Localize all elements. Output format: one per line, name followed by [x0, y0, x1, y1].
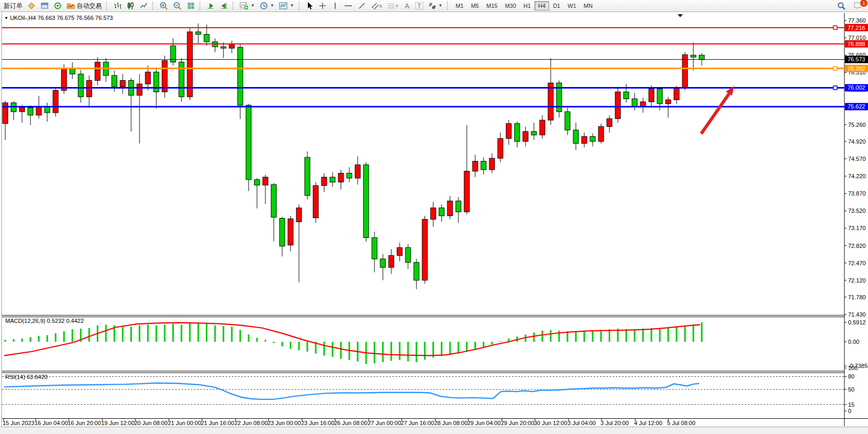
- candle-body: [95, 62, 100, 80]
- candle-body: [254, 180, 260, 185]
- status-bar: [0, 427, 868, 434]
- chart-shift-marker[interactable]: [678, 14, 683, 17]
- candle-body: [565, 112, 570, 130]
- candle-body: [271, 185, 276, 217]
- candle-body: [36, 107, 41, 115]
- candle-body: [657, 89, 662, 104]
- candle-body: [540, 120, 545, 135]
- candle-body: [313, 186, 318, 218]
- chart-title[interactable]: ▼UKOil-,H4 76.663 76.675 76.566 76.573: [4, 15, 113, 21]
- annotation-arrow[interactable]: [701, 86, 734, 134]
- macd-signal-line: [4, 323, 700, 356]
- candle-body: [447, 201, 453, 215]
- line-handle[interactable]: [833, 26, 837, 29]
- chart-canvas[interactable]: 77.36077.01076.66076.31075.96075.61075.2…: [0, 0, 868, 434]
- price-axis-label: 72.120: [848, 277, 866, 284]
- time-axis-label: 23 Jun 00:00: [267, 420, 301, 426]
- candle-body: [246, 105, 251, 180]
- candle-body: [523, 132, 528, 142]
- candle-body: [288, 219, 293, 245]
- candle-body: [53, 90, 58, 113]
- candle-body: [389, 255, 394, 267]
- time-axis-label: 29 Jun 04:00: [467, 420, 501, 426]
- candle-body: [380, 259, 385, 267]
- rsi-axis-label: 80: [848, 373, 854, 379]
- time-axis-label: 15 Jun 2023: [3, 420, 35, 426]
- candle-body: [481, 161, 486, 170]
- time-axis-label: 3 Jul 04:00: [567, 420, 596, 426]
- candle-body: [422, 219, 427, 280]
- time-axis-label: 16 Jun 04:00: [35, 420, 68, 426]
- price-axis-label: 73.170: [848, 225, 866, 231]
- macd-axis-label: 0.5912: [848, 319, 866, 326]
- time-axis-label: 27 Jun 00:00: [368, 420, 401, 426]
- price-badge-label: 76.573: [848, 56, 865, 62]
- candle-body: [45, 107, 50, 113]
- candle-body: [305, 157, 310, 196]
- candle-body: [87, 80, 92, 96]
- candle-body: [19, 108, 25, 112]
- time-axis-label: 3 Jul 20:00: [601, 420, 629, 426]
- price-axis-label: 72.470: [848, 260, 866, 266]
- price-badge-label: 76.002: [848, 84, 865, 91]
- price-axis-label: 73.870: [848, 190, 866, 197]
- candle-body: [296, 208, 302, 222]
- line-handle[interactable]: [833, 67, 837, 70]
- candle-body: [573, 130, 578, 144]
- price-badge-label: 76.888: [848, 41, 865, 47]
- time-axis: 15 Jun 202316 Jun 04:0016 Jun 20:0019 Ju…: [3, 419, 695, 426]
- candle-body: [674, 89, 679, 100]
- candle-body: [330, 177, 335, 182]
- candle-body: [338, 173, 344, 182]
- candle-body: [347, 173, 352, 178]
- candle-body: [355, 165, 360, 178]
- candle-body: [112, 75, 117, 87]
- candle-body: [607, 118, 612, 126]
- time-axis-label: 29 Jun 20:00: [501, 420, 534, 426]
- trading-app-window: 新订单 自动交易: [0, 0, 868, 434]
- price-axis-label: 71.780: [848, 294, 866, 300]
- candle-body: [405, 247, 411, 262]
- chevron-down-icon: ▼: [4, 16, 8, 20]
- line-handle[interactable]: [833, 86, 837, 90]
- candle-body: [498, 138, 503, 158]
- candle-body: [120, 80, 125, 86]
- price-axis-label: 75.260: [848, 122, 866, 128]
- candle-body: [28, 108, 33, 115]
- candle-body: [506, 124, 511, 138]
- time-axis-label: 30 Jun 12:00: [534, 420, 567, 426]
- candle-body: [263, 177, 268, 185]
- time-axis-label: 26 Jun 08:00: [334, 420, 368, 426]
- time-axis-label: 21 Jun 00:00: [168, 420, 201, 426]
- time-axis-label: 4 Jul 12:00: [634, 420, 662, 426]
- price-axis-label: 74.920: [848, 138, 866, 145]
- candle-body: [515, 124, 520, 142]
- time-axis-label: 16 Jun 20:00: [68, 420, 101, 426]
- candle-body: [363, 165, 369, 237]
- candle-body: [473, 161, 478, 171]
- rsi-axis-label: 100: [848, 365, 858, 371]
- price-axis-label: 71.430: [848, 311, 866, 318]
- time-axis-label: 27 Jun 16:00: [401, 420, 434, 426]
- candle-body: [78, 74, 83, 97]
- candle-body: [666, 100, 671, 104]
- candle-body: [699, 55, 704, 60]
- time-axis-label: 23 Jun 16:00: [301, 420, 335, 426]
- rsi-indicator-label: RSI(14) 63.6420: [5, 374, 48, 380]
- rsi-axis-label: 50: [848, 386, 854, 393]
- macd-layer: 0.59120.00-0.7385: [4, 319, 867, 369]
- time-axis-label: 21 Jun 16:00: [201, 420, 234, 426]
- price-axis-label: 72.820: [848, 243, 866, 249]
- price-badge-label: 77.216: [848, 25, 865, 31]
- candle-body: [615, 92, 620, 118]
- arrow-shaft: [701, 94, 729, 134]
- candle-body: [229, 44, 234, 48]
- candle-body: [204, 35, 209, 42]
- candle-body: [624, 92, 629, 99]
- candle-body: [154, 72, 159, 92]
- time-axis-label: 28 Jun 08:00: [434, 420, 468, 426]
- candle-body: [531, 132, 537, 135]
- panel-borders: [2, 13, 868, 426]
- candle-body: [598, 126, 604, 141]
- rsi-layer: 1008050150: [2, 365, 858, 414]
